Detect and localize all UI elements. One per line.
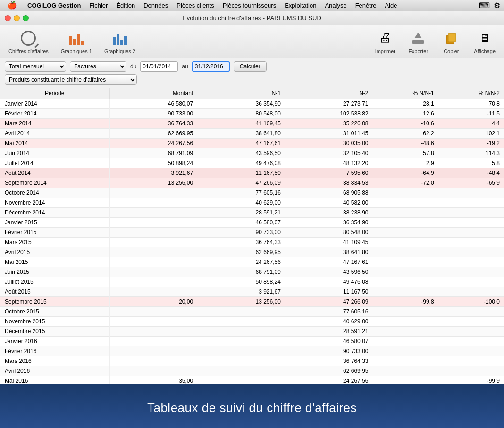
menu-fenetre[interactable]: Fenêtre	[352, 1, 380, 10]
table-row: Juillet 2015 50 898,24 49 476,08	[0, 277, 504, 287]
cell-n1	[197, 346, 285, 356]
cell-periode: Mars 2015	[0, 238, 109, 247]
cell-pct-n2	[438, 188, 504, 198]
chart2-icon	[111, 30, 128, 47]
cell-n2: 36 764,33	[285, 356, 372, 366]
cell-pct-n1	[372, 218, 438, 228]
chiffres-affaires-button[interactable]: Chiffres d'affaires	[5, 28, 52, 56]
copier-button[interactable]: Copier	[437, 28, 465, 56]
cell-periode: Mars 2016	[0, 356, 109, 366]
calculer-button[interactable]: Calculer	[234, 61, 267, 72]
cell-montant	[109, 327, 197, 337]
cell-n1	[197, 366, 285, 376]
cell-n1: 47 266,09	[197, 178, 285, 188]
cell-pct-n2	[438, 238, 504, 247]
cell-pct-n1	[372, 277, 438, 287]
menu-pieces-fournisseurs[interactable]: Pièces fournisseurs	[219, 1, 280, 10]
cell-montant	[109, 356, 197, 366]
menu-analyse[interactable]: Analyse	[321, 1, 350, 10]
graphiques1-button[interactable]: Graphiques 1	[57, 28, 96, 56]
table-body: Janvier 2014 46 580,07 36 354,90 27 273,…	[0, 99, 504, 385]
table-row: Juillet 2014 50 898,24 49 476,08 48 132,…	[0, 158, 504, 168]
menu-edition[interactable]: Édition	[112, 1, 139, 10]
table-row: Septembre 2015 20,00 13 256,00 47 266,09…	[0, 297, 504, 307]
search-icon	[20, 30, 37, 47]
apple-menu[interactable]: 🍎	[4, 0, 21, 11]
cell-n1: 40 629,00	[197, 198, 285, 208]
cell-n1: 41 109,45	[197, 119, 285, 129]
cell-periode: Mars 2014	[0, 119, 109, 129]
cell-n2: 90 733,00	[285, 346, 372, 356]
app-name[interactable]: COGILOG Gestion	[24, 1, 84, 10]
controls-bar: Total mensuel Factures du au Calculer Pr…	[0, 58, 504, 88]
graphiques2-button[interactable]: Graphiques 2	[101, 28, 139, 56]
cell-periode: Janvier 2014	[0, 99, 109, 109]
exporter-button[interactable]: Exporter	[404, 28, 432, 56]
menu-donnees[interactable]: Données	[140, 1, 172, 10]
cell-montant	[109, 267, 197, 277]
cell-n1: 24 267,56	[197, 257, 285, 267]
date-from-input[interactable]	[140, 61, 178, 72]
minimize-button[interactable]	[14, 15, 20, 21]
cell-pct-n2: -48,4	[438, 168, 504, 178]
menu-exploitation[interactable]: Exploitation	[281, 1, 320, 10]
window-controls	[5, 15, 29, 21]
affichage-button[interactable]: 🖥 Affichage	[470, 28, 499, 56]
product-filter-select[interactable]: Produits constituant le chiffre d'affair…	[5, 74, 137, 85]
cell-pct-n1: 28,1	[372, 99, 438, 109]
table-row: Mars 2015 36 764,33 41 109,45	[0, 238, 504, 247]
cell-n2: 47 167,61	[285, 257, 372, 267]
chiffres-label: Chiffres d'affaires	[8, 49, 49, 54]
window-title: Évolution du chiffre d'affaires - PARFUM…	[183, 15, 321, 22]
date-to-input[interactable]	[192, 61, 230, 72]
cell-pct-n2: 4,4	[438, 119, 504, 129]
cell-montant: 35,00	[109, 376, 197, 385]
table-row: Avril 2016 62 669,95	[0, 366, 504, 376]
controls-row-2: Produits constituant le chiffre d'affair…	[5, 74, 499, 85]
col-header-pct-n1: % N/N-1	[372, 88, 438, 99]
cell-periode: Octobre 2015	[0, 307, 109, 317]
table-row: Décembre 2015 28 591,21	[0, 327, 504, 337]
cell-n1: 77 605,16	[197, 188, 285, 198]
data-table-container[interactable]: Période Montant N-1 N-2 % N/N-1 % N/N-2 …	[0, 88, 504, 384]
cell-n1: 90 733,00	[197, 228, 285, 238]
cell-montant: 36 764,33	[109, 119, 197, 129]
cell-pct-n2	[438, 327, 504, 337]
cell-pct-n1: 12,6	[372, 109, 438, 119]
cell-periode: Mai 2014	[0, 139, 109, 148]
settings-icon[interactable]: ⚙	[494, 1, 500, 10]
menu-pieces-clients[interactable]: Pièces clients	[173, 1, 218, 10]
cell-pct-n1	[372, 267, 438, 277]
cell-n2: 38 834,53	[285, 178, 372, 188]
table-header: Période Montant N-1 N-2 % N/N-1 % N/N-2	[0, 88, 504, 99]
table-row: Octobre 2015 77 605,16	[0, 307, 504, 317]
cell-montant	[109, 208, 197, 218]
period-type-select[interactable]: Total mensuel	[5, 61, 66, 72]
cell-n2: 77 605,16	[285, 307, 372, 317]
cell-n2: 30 035,00	[285, 139, 372, 148]
table-row: Avril 2015 62 669,95 38 641,80	[0, 247, 504, 257]
cell-n1: 13 256,00	[197, 297, 285, 307]
print-icon: 🖨	[377, 30, 394, 47]
cell-n2: 102 538,82	[285, 109, 372, 119]
close-button[interactable]	[5, 15, 11, 21]
cell-n2: 41 109,45	[285, 238, 372, 247]
cell-periode: Novembre 2015	[0, 317, 109, 327]
toolbar-left: Chiffres d'affaires Graphiques 1	[5, 28, 139, 56]
cell-n1	[197, 337, 285, 346]
banner-text: Tableaux de suivi du chiffre d'affaires	[147, 401, 357, 415]
menu-aide[interactable]: Aide	[381, 1, 401, 10]
col-header-periode: Période	[0, 88, 109, 99]
cell-pct-n2	[438, 247, 504, 257]
cell-n1: 62 669,95	[197, 247, 285, 257]
document-type-select[interactable]: Factures	[70, 61, 126, 72]
maximize-button[interactable]	[23, 15, 29, 21]
cell-pct-n1	[372, 228, 438, 238]
cell-pct-n2	[438, 317, 504, 327]
banner: Tableaux de suivi du chiffre d'affaires	[0, 384, 504, 428]
imprimer-button[interactable]: 🖨 Imprimer	[371, 28, 399, 56]
cell-periode: Août 2015	[0, 287, 109, 297]
cell-n1: 38 641,80	[197, 129, 285, 139]
menu-fichier[interactable]: Fichier	[85, 1, 111, 10]
cell-n1: 68 791,09	[197, 267, 285, 277]
